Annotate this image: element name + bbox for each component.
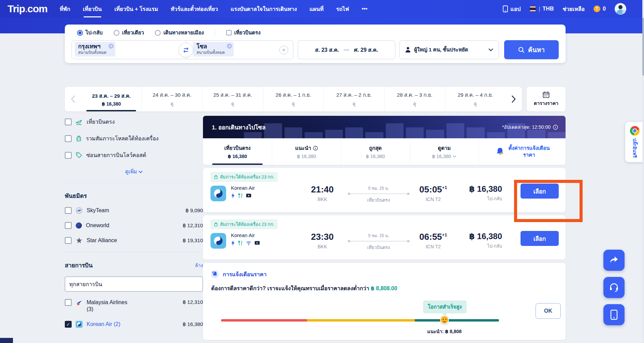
destination-field[interactable]: โซล สนามบินทั้งหมด ✕ bbox=[193, 42, 234, 57]
price-table-button[interactable]: ตารางราคา bbox=[527, 87, 566, 111]
date-tab-2[interactable]: 25 ส.ค. – 31 ส.ค.ดู bbox=[202, 87, 263, 111]
carousel-prev-button[interactable] bbox=[65, 95, 81, 103]
headset-icon bbox=[609, 283, 619, 292]
filter-oneworld[interactable]: Oneworld ฿ 12,310 bbox=[65, 222, 203, 229]
star-alliance-checkbox[interactable] bbox=[65, 237, 72, 244]
filter-lowcost-checkbox[interactable] bbox=[65, 152, 72, 159]
sort-tab-cheapest[interactable]: ถูกสุด ฿ 16,380 bbox=[341, 138, 410, 165]
radio-multicity-circle[interactable] bbox=[155, 30, 161, 36]
filter-direct-flights[interactable]: เที่ยวบินตรง bbox=[65, 118, 203, 126]
price-alert-settings-button[interactable]: ตั้งค่าการแจ้งเตือนราคา bbox=[479, 138, 566, 165]
show-more-filters-link[interactable]: ดูเพิ่ม bbox=[65, 168, 203, 176]
filter-malaysia-airlines[interactable]: Malaysia Airlines (3) ฿ 12,310 bbox=[65, 299, 203, 313]
date-price: ดู bbox=[231, 100, 234, 107]
oneworld-label: Oneworld bbox=[86, 222, 109, 229]
direct-flight-checkbox[interactable]: เที่ยวบินตรง bbox=[226, 29, 261, 37]
info-icon[interactable] bbox=[553, 125, 558, 130]
passengers-field[interactable]: ผู้ใหญ่ 1 คน, ชั้นประหยัด bbox=[399, 40, 499, 59]
app-link[interactable]: แอป bbox=[503, 5, 521, 13]
flight-card-1[interactable]: สัมภาระใต้ท้องเครื่อง 23 กก. Korean Air … bbox=[203, 168, 566, 212]
filter-lowcost-label: ซ่อนสายการบินโลว์คอสต์ bbox=[86, 151, 146, 159]
search-button[interactable]: ค้นหา bbox=[504, 40, 559, 59]
filter-skyteam[interactable]: SkyTeam ฿ 9,090 bbox=[65, 207, 203, 214]
filter-checked-baggage[interactable]: รวมสัมภาระโหลดใต้ท้องเครื่อง bbox=[65, 134, 203, 143]
filter-korean-air[interactable]: ✓ Korean Air (2) ฿ 16,380 bbox=[65, 321, 203, 328]
korean-air-logo-icon bbox=[76, 321, 83, 328]
nav-item-flights[interactable]: เที่ยวบิน bbox=[83, 5, 102, 13]
ok-button[interactable]: OK bbox=[536, 303, 561, 319]
mobile-app-button[interactable] bbox=[603, 304, 625, 325]
share-button[interactable] bbox=[603, 250, 625, 271]
info-icon[interactable] bbox=[313, 146, 318, 151]
price-alert-slider-track[interactable] bbox=[221, 319, 499, 322]
city-fields: กรุงเทพฯ สนามบินทั้งหมด ✕ โซล สนามบินทั้… bbox=[72, 40, 293, 59]
nav-item-more[interactable]: ••• bbox=[362, 6, 367, 12]
help-link[interactable]: ช่วยเหลือ bbox=[562, 5, 585, 13]
swap-cities-button[interactable] bbox=[179, 43, 193, 57]
nav-item-flight-hotel[interactable]: เที่ยวบิน + โรงแรม bbox=[114, 5, 158, 13]
origin-field[interactable]: กรุงเทพฯ สนามบินทั้งหมด ✕ bbox=[75, 42, 115, 57]
radio-roundtrip[interactable]: ไป-กลับ bbox=[77, 29, 103, 37]
slider-tooltip: โอกาสสำเร็จสูง bbox=[423, 300, 467, 313]
user-avatar[interactable]: T bbox=[615, 3, 626, 15]
nav-item-map[interactable]: แผนที่ bbox=[309, 5, 323, 13]
date-tab-1[interactable]: 24 ส.ค. – 30 ส.ค.ดู bbox=[142, 87, 202, 111]
origin-clear-icon[interactable]: ✕ bbox=[108, 44, 114, 49]
trip-logo[interactable]: Trip.com bbox=[8, 3, 47, 15]
rewards[interactable]: T 0 bbox=[594, 5, 606, 12]
skyteam-checkbox[interactable] bbox=[65, 207, 72, 214]
nav-item-stays[interactable]: ที่พัก bbox=[60, 5, 70, 13]
malaysia-airlines-label: Malaysia Airlines bbox=[87, 299, 127, 305]
filter-baggage-checkbox[interactable] bbox=[65, 135, 72, 142]
flight-card-2[interactable]: สัมภาระใต้ท้องเครื่อง 23 กก. Korean Air … bbox=[203, 215, 566, 260]
select-flight-button[interactable]: เลือก bbox=[521, 184, 559, 199]
search-icon bbox=[518, 47, 525, 53]
date-tab-4[interactable]: 27 ส.ค. – 2 ก.ย.ดู bbox=[323, 87, 384, 111]
select-flight-button[interactable]: เลือก bbox=[521, 231, 559, 246]
radio-oneway[interactable]: เที่ยวเดียว bbox=[114, 29, 144, 37]
page-scrollbar[interactable] bbox=[642, 0, 644, 343]
baggage-badge-label: สัมภาระใต้ท้องเครื่อง 23 กก. bbox=[220, 173, 274, 181]
phone-icon bbox=[610, 310, 618, 320]
browser-plugin-tab[interactable]: ปลั๊กอินฟรี bbox=[625, 122, 644, 162]
oneworld-checkbox[interactable] bbox=[65, 222, 72, 229]
korean-air-checkbox[interactable]: ✓ bbox=[65, 321, 72, 328]
filter-star-alliance[interactable]: Star Alliance ฿ 19,310 bbox=[65, 237, 203, 244]
date-price: ดู bbox=[292, 100, 295, 107]
slider-tooltip-label: โอกาสสำเร็จสูง bbox=[428, 304, 462, 310]
date-tab-3[interactable]: 26 ส.ค. – 1 ก.ย.ดู bbox=[263, 87, 324, 111]
sort-tab-direct[interactable]: เที่ยวบินตรง ฿ 16,380 bbox=[203, 138, 272, 165]
destination-city: โซล bbox=[196, 43, 225, 50]
currency-selector[interactable]: | THB bbox=[529, 5, 554, 12]
date-tab-6[interactable]: 29 ส.ค. – 4 ก.ย.ดู bbox=[445, 87, 506, 111]
nav-item-trains[interactable]: รถไฟ bbox=[336, 5, 349, 13]
sort-tab-sort-by[interactable]: ดูตาม ฿ 16,380 bbox=[410, 138, 479, 165]
date-tab-5[interactable]: 28 ส.ค. – 3 ก.ย.ดู bbox=[384, 87, 445, 111]
scrollbar-thumb[interactable] bbox=[642, 18, 644, 76]
date-tabs: 23 ส.ค. – 29 ส.ค.฿ 16,380 24 ส.ค. – 30 ส… bbox=[81, 87, 506, 111]
radio-multicity[interactable]: เดินทางหลายเมือง bbox=[155, 29, 204, 37]
filter-direct-checkbox[interactable] bbox=[65, 119, 72, 125]
power-icon bbox=[231, 193, 235, 198]
radio-oneway-circle[interactable] bbox=[114, 30, 119, 36]
support-button[interactable] bbox=[603, 277, 625, 298]
clear-airlines-link[interactable]: ล้าง bbox=[195, 262, 203, 269]
nav-item-inspiration[interactable]: แรงบันดาลใจในการเดินทาง bbox=[231, 5, 297, 13]
sort-tabs-bar: เที่ยวบินตรง ฿ 16,380 แนะนำ ฿ 16,380 ถูก… bbox=[203, 138, 566, 165]
airline-search-input[interactable] bbox=[65, 277, 203, 292]
carousel-next-button[interactable] bbox=[506, 95, 522, 103]
date-range-field[interactable]: ส. 23 ส.ค. — ศ. 29 ส.ค. bbox=[298, 40, 395, 59]
slider-handle[interactable] bbox=[440, 315, 449, 324]
destination-clear-icon[interactable]: ✕ bbox=[227, 44, 232, 49]
filter-hide-lowcost[interactable]: ซ่อนสายการบินโลว์คอสต์ bbox=[65, 151, 203, 159]
direct-flight-checkbox-box[interactable] bbox=[226, 30, 232, 35]
duration-text: 5 ชม. 25 น. bbox=[348, 185, 409, 191]
sort-tab-recommended[interactable]: แนะนำ ฿ 16,380 bbox=[272, 138, 341, 165]
malaysia-airlines-checkbox[interactable] bbox=[65, 299, 72, 306]
radio-roundtrip-circle[interactable] bbox=[77, 30, 83, 36]
date-tab-0[interactable]: 23 ส.ค. – 29 ส.ค.฿ 16,380 bbox=[81, 87, 142, 111]
departure-airport: BKK bbox=[305, 197, 339, 202]
passenger-icon bbox=[405, 47, 411, 53]
nav-item-tours[interactable]: ทัวร์และตั๋วท่องเที่ยว bbox=[171, 5, 218, 13]
add-city-button[interactable]: + bbox=[279, 46, 288, 54]
